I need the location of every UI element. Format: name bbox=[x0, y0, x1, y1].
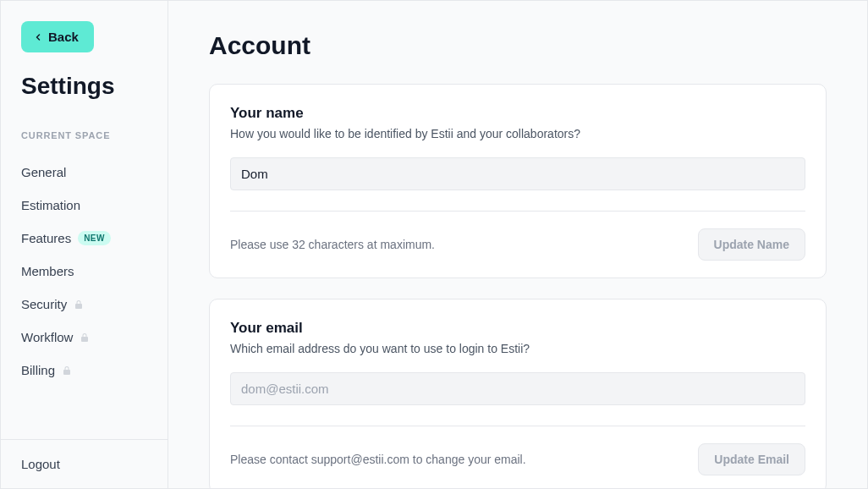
sidebar-section-label: Current Space bbox=[21, 130, 147, 140]
name-card-subtitle: How you would like to be identified by E… bbox=[230, 127, 805, 140]
back-button[interactable]: Back bbox=[21, 21, 94, 52]
sidebar-item-label: Billing bbox=[21, 363, 55, 377]
sidebar-scroll-area: Back Settings Current Space General Esti… bbox=[1, 1, 168, 439]
main-content: Account Your name How you would like to … bbox=[168, 1, 867, 488]
email-input[interactable] bbox=[230, 372, 805, 405]
name-card-footer: Please use 32 characters at maximum. Upd… bbox=[230, 211, 805, 261]
sidebar-item-members[interactable]: Members bbox=[21, 255, 147, 288]
sidebar-title: Settings bbox=[21, 73, 147, 100]
sidebar-item-billing[interactable]: Billing bbox=[21, 354, 147, 387]
sidebar-item-label: Members bbox=[21, 264, 74, 278]
update-name-button[interactable]: Update Name bbox=[698, 228, 805, 261]
update-email-button[interactable]: Update Email bbox=[698, 443, 805, 475]
back-button-label: Back bbox=[48, 30, 79, 44]
sidebar-footer: Logout bbox=[1, 439, 168, 488]
email-card-title: Your email bbox=[230, 320, 805, 337]
email-card-hint: Please contact support@estii.com to chan… bbox=[230, 453, 526, 466]
lock-icon bbox=[62, 365, 72, 376]
email-card-subtitle: Which email address do you want to use t… bbox=[230, 342, 805, 355]
name-card: Your name How you would like to be ident… bbox=[209, 84, 827, 278]
email-card-footer: Please contact support@estii.com to chan… bbox=[230, 426, 805, 475]
name-input[interactable] bbox=[230, 157, 805, 190]
chevron-left-icon bbox=[33, 32, 43, 42]
sidebar-item-label: Features bbox=[21, 231, 71, 245]
name-card-hint: Please use 32 characters at maximum. bbox=[230, 238, 435, 251]
lock-icon bbox=[80, 332, 90, 343]
page-title: Account bbox=[209, 31, 827, 60]
sidebar-item-workflow[interactable]: Workflow bbox=[21, 321, 147, 354]
sidebar-item-estimation[interactable]: Estimation bbox=[21, 189, 147, 222]
sidebar-item-features[interactable]: Features NEW bbox=[21, 222, 147, 255]
sidebar-item-label: Estimation bbox=[21, 198, 80, 212]
name-card-title: Your name bbox=[230, 105, 805, 122]
lock-icon bbox=[74, 299, 84, 310]
email-card: Your email Which email address do you wa… bbox=[209, 299, 827, 488]
settings-sidebar: Back Settings Current Space General Esti… bbox=[1, 1, 168, 488]
sidebar-item-security[interactable]: Security bbox=[21, 288, 147, 321]
logout-link[interactable]: Logout bbox=[21, 457, 147, 471]
sidebar-item-label: General bbox=[21, 165, 66, 179]
sidebar-item-label: Security bbox=[21, 297, 67, 311]
sidebar-item-label: Workflow bbox=[21, 330, 73, 344]
new-badge: NEW bbox=[78, 231, 111, 245]
sidebar-item-general[interactable]: General bbox=[21, 156, 147, 189]
